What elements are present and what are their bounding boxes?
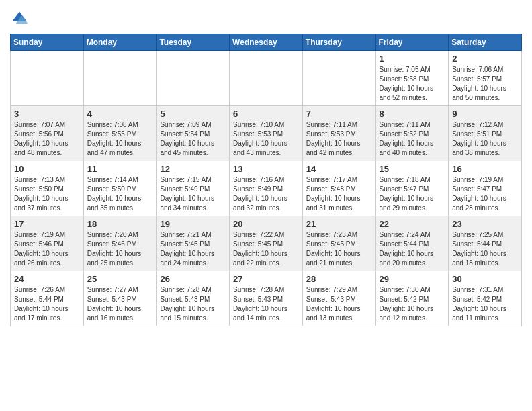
day-cell: 22Sunrise: 7:24 AM Sunset: 5:44 PM Dayli… [375,216,449,271]
page: SundayMondayTuesdayWednesdayThursdayFrid… [0,0,532,336]
day-number: 13 [233,164,299,174]
day-cell: 13Sunrise: 7:16 AM Sunset: 5:49 PM Dayli… [230,161,303,216]
day-info: Sunrise: 7:14 AM Sunset: 5:50 PM Dayligh… [87,175,153,213]
weekday-header-monday: Monday [83,34,157,51]
day-number: 4 [87,109,153,119]
day-number: 8 [380,109,445,119]
day-info: Sunrise: 7:28 AM Sunset: 5:43 PM Dayligh… [233,285,299,323]
day-info: Sunrise: 7:19 AM Sunset: 5:46 PM Dayligh… [14,230,80,268]
day-info: Sunrise: 7:29 AM Sunset: 5:43 PM Dayligh… [306,285,372,323]
day-number: 16 [452,164,518,174]
day-number: 18 [87,219,153,229]
day-number: 11 [87,164,153,174]
day-cell [157,51,230,106]
day-number: 28 [306,274,372,284]
day-cell: 15Sunrise: 7:18 AM Sunset: 5:47 PM Dayli… [375,161,449,216]
week-row-3: 10Sunrise: 7:13 AM Sunset: 5:50 PM Dayli… [11,161,522,216]
day-cell: 4Sunrise: 7:08 AM Sunset: 5:55 PM Daylig… [83,106,157,161]
day-info: Sunrise: 7:13 AM Sunset: 5:50 PM Dayligh… [14,175,80,213]
day-number: 12 [160,164,226,174]
day-cell: 30Sunrise: 7:31 AM Sunset: 5:42 PM Dayli… [449,271,522,326]
day-info: Sunrise: 7:12 AM Sunset: 5:51 PM Dayligh… [452,120,518,158]
day-cell: 1Sunrise: 7:05 AM Sunset: 5:58 PM Daylig… [375,51,449,106]
weekday-header-thursday: Thursday [302,34,375,51]
day-number: 1 [380,54,445,64]
day-info: Sunrise: 7:05 AM Sunset: 5:58 PM Dayligh… [380,65,445,103]
day-info: Sunrise: 7:16 AM Sunset: 5:49 PM Dayligh… [233,175,299,213]
day-info: Sunrise: 7:25 AM Sunset: 5:44 PM Dayligh… [452,230,518,268]
day-number: 14 [306,164,372,174]
day-number: 27 [233,274,299,284]
day-info: Sunrise: 7:11 AM Sunset: 5:53 PM Dayligh… [306,120,372,158]
day-info: Sunrise: 7:27 AM Sunset: 5:43 PM Dayligh… [87,285,153,323]
day-cell: 25Sunrise: 7:27 AM Sunset: 5:43 PM Dayli… [83,271,157,326]
day-cell: 18Sunrise: 7:20 AM Sunset: 5:46 PM Dayli… [83,216,157,271]
day-cell: 27Sunrise: 7:28 AM Sunset: 5:43 PM Dayli… [230,271,303,326]
day-number: 23 [452,219,518,229]
day-number: 6 [233,109,299,119]
day-cell [11,51,84,106]
day-info: Sunrise: 7:08 AM Sunset: 5:55 PM Dayligh… [87,120,153,158]
week-row-4: 17Sunrise: 7:19 AM Sunset: 5:46 PM Dayli… [11,216,522,271]
header [10,7,522,28]
day-info: Sunrise: 7:10 AM Sunset: 5:53 PM Dayligh… [233,120,299,158]
day-info: Sunrise: 7:31 AM Sunset: 5:42 PM Dayligh… [452,285,518,323]
day-cell: 11Sunrise: 7:14 AM Sunset: 5:50 PM Dayli… [83,161,157,216]
day-cell [230,51,303,106]
day-cell: 2Sunrise: 7:06 AM Sunset: 5:57 PM Daylig… [449,51,522,106]
day-info: Sunrise: 7:15 AM Sunset: 5:49 PM Dayligh… [160,175,226,213]
day-cell: 19Sunrise: 7:21 AM Sunset: 5:45 PM Dayli… [157,216,230,271]
day-cell: 6Sunrise: 7:10 AM Sunset: 5:53 PM Daylig… [230,106,303,161]
day-info: Sunrise: 7:24 AM Sunset: 5:44 PM Dayligh… [380,230,445,268]
day-cell: 3Sunrise: 7:07 AM Sunset: 5:56 PM Daylig… [11,106,84,161]
week-row-5: 24Sunrise: 7:26 AM Sunset: 5:44 PM Dayli… [11,271,522,326]
day-number: 24 [14,274,80,284]
weekday-header-tuesday: Tuesday [157,34,230,51]
day-info: Sunrise: 7:17 AM Sunset: 5:48 PM Dayligh… [306,175,372,213]
day-cell: 5Sunrise: 7:09 AM Sunset: 5:54 PM Daylig… [157,106,230,161]
day-cell: 24Sunrise: 7:26 AM Sunset: 5:44 PM Dayli… [11,271,84,326]
day-info: Sunrise: 7:20 AM Sunset: 5:46 PM Dayligh… [87,230,153,268]
day-number: 26 [160,274,226,284]
day-number: 20 [233,219,299,229]
day-info: Sunrise: 7:19 AM Sunset: 5:47 PM Dayligh… [452,175,518,213]
day-number: 29 [380,274,445,284]
day-cell [302,51,375,106]
calendar: SundayMondayTuesdayWednesdayThursdayFrid… [10,34,522,326]
day-info: Sunrise: 7:26 AM Sunset: 5:44 PM Dayligh… [14,285,80,323]
day-cell: 29Sunrise: 7:30 AM Sunset: 5:42 PM Dayli… [375,271,449,326]
day-number: 22 [380,219,445,229]
day-cell: 20Sunrise: 7:22 AM Sunset: 5:45 PM Dayli… [230,216,303,271]
day-cell: 14Sunrise: 7:17 AM Sunset: 5:48 PM Dayli… [302,161,375,216]
day-info: Sunrise: 7:22 AM Sunset: 5:45 PM Dayligh… [233,230,299,268]
day-cell: 26Sunrise: 7:28 AM Sunset: 5:43 PM Dayli… [157,271,230,326]
day-cell: 8Sunrise: 7:11 AM Sunset: 5:52 PM Daylig… [375,106,449,161]
day-info: Sunrise: 7:21 AM Sunset: 5:45 PM Dayligh… [160,230,226,268]
day-cell: 16Sunrise: 7:19 AM Sunset: 5:47 PM Dayli… [449,161,522,216]
day-cell: 12Sunrise: 7:15 AM Sunset: 5:49 PM Dayli… [157,161,230,216]
day-info: Sunrise: 7:06 AM Sunset: 5:57 PM Dayligh… [452,65,518,103]
day-cell: 10Sunrise: 7:13 AM Sunset: 5:50 PM Dayli… [11,161,84,216]
weekday-header-friday: Friday [375,34,449,51]
weekday-header-saturday: Saturday [449,34,522,51]
day-number: 2 [452,54,518,64]
day-info: Sunrise: 7:07 AM Sunset: 5:56 PM Dayligh… [14,120,80,158]
day-number: 25 [87,274,153,284]
day-number: 30 [452,274,518,284]
day-cell [83,51,157,106]
logo-icon [10,9,29,28]
day-cell: 17Sunrise: 7:19 AM Sunset: 5:46 PM Dayli… [11,216,84,271]
day-number: 3 [14,109,80,119]
day-info: Sunrise: 7:11 AM Sunset: 5:52 PM Dayligh… [380,120,445,158]
weekday-header-sunday: Sunday [11,34,84,51]
day-cell: 28Sunrise: 7:29 AM Sunset: 5:43 PM Dayli… [302,271,375,326]
day-info: Sunrise: 7:30 AM Sunset: 5:42 PM Dayligh… [380,285,445,323]
day-info: Sunrise: 7:18 AM Sunset: 5:47 PM Dayligh… [380,175,445,213]
day-info: Sunrise: 7:09 AM Sunset: 5:54 PM Dayligh… [160,120,226,158]
day-number: 7 [306,109,372,119]
day-cell: 7Sunrise: 7:11 AM Sunset: 5:53 PM Daylig… [302,106,375,161]
day-cell: 9Sunrise: 7:12 AM Sunset: 5:51 PM Daylig… [449,106,522,161]
weekday-header-row: SundayMondayTuesdayWednesdayThursdayFrid… [11,34,522,51]
day-info: Sunrise: 7:28 AM Sunset: 5:43 PM Dayligh… [160,285,226,323]
week-row-2: 3Sunrise: 7:07 AM Sunset: 5:56 PM Daylig… [11,106,522,161]
